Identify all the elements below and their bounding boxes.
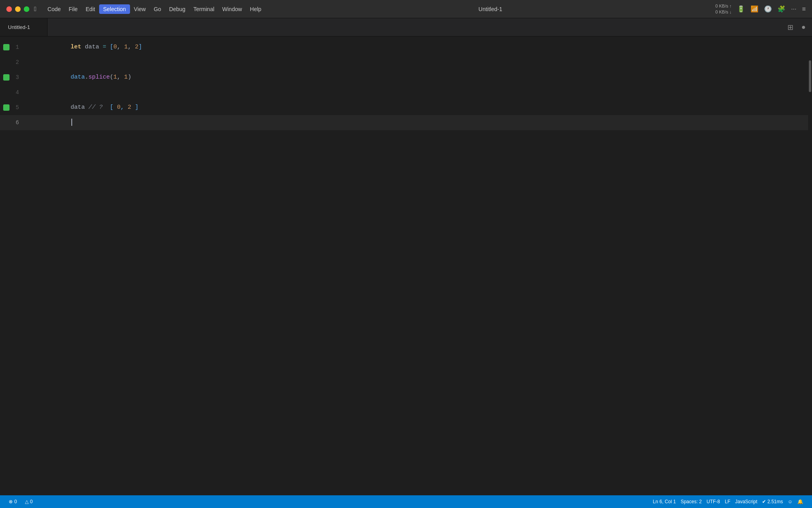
warning-count[interactable]: △ 0: [23, 495, 35, 508]
menu-edit[interactable]: Edit: [82, 4, 99, 14]
editor-main[interactable]: 1 let data = [0, 1, 2] 2 3 data.splice(1…: [0, 37, 808, 495]
menu-file[interactable]: File: [65, 4, 82, 14]
warning-icon: △: [25, 499, 29, 504]
tab-right-actions: ⊞ ●: [787, 18, 812, 36]
code-area[interactable]: 1 let data = [0, 1, 2] 2 3 data.splice(1…: [0, 37, 808, 495]
wifi-icon: 📶: [751, 5, 758, 13]
keyword-let: let: [71, 44, 81, 50]
scrollbar[interactable]: [808, 37, 812, 495]
menu-go[interactable]: Go: [150, 4, 165, 14]
apple-logo: : [34, 6, 36, 13]
line-number-1: 1: [13, 43, 29, 52]
gutter-dot-5: [0, 104, 13, 111]
bell-icon[interactable]: 🔔: [795, 495, 806, 508]
gutter-dot-1: [0, 44, 13, 50]
tab-untitled[interactable]: Untitled-1: [0, 18, 48, 36]
code-line-6: 6: [0, 115, 808, 130]
title-bar:  Code File Edit Selection View Go Debug…: [0, 0, 812, 18]
tab-bar-left: Untitled-1: [0, 18, 48, 36]
extension-icon: 🧩: [778, 5, 785, 13]
language[interactable]: JavaScript: [733, 495, 760, 508]
clock-icon: 🕐: [764, 5, 772, 13]
breakpoint-dot-1[interactable]: [3, 44, 10, 50]
more-icon[interactable]: ···: [791, 6, 796, 13]
smiley-icon[interactable]: ☺: [785, 495, 795, 508]
line-number-2: 2: [13, 58, 29, 67]
error-count[interactable]: ⊗ 0: [6, 495, 19, 508]
status-left: ⊗ 0 △ 0: [6, 495, 35, 508]
timing[interactable]: ✔ 2.51ms: [760, 495, 785, 508]
menu-help[interactable]: Help: [246, 4, 265, 14]
error-icon: ⊗: [9, 499, 13, 504]
line-number-4: 4: [13, 88, 29, 97]
minimize-button[interactable]: [15, 6, 21, 12]
line-ending[interactable]: LF: [722, 495, 733, 508]
line-number-6: 6: [13, 118, 29, 127]
menu-terminal[interactable]: Terminal: [190, 4, 218, 14]
line-number-5: 5: [13, 103, 29, 112]
split-editor-button[interactable]: ⊞: [787, 23, 793, 32]
maximize-button[interactable]: [24, 6, 29, 12]
line-number-3: 3: [13, 73, 29, 82]
menu-selection[interactable]: Selection: [99, 4, 130, 14]
title-bar-right: 0 KB/s ↑0 KB/s ↓ 🔋 📶 🕐 🧩 ··· ≡: [715, 3, 806, 15]
line-content-6[interactable]: [29, 108, 808, 137]
encoding[interactable]: UTF-8: [704, 495, 722, 508]
status-right: Ln 6, Col 1 Spaces: 2 UTF-8 LF JavaScrip…: [651, 495, 806, 508]
window-title: Untitled-1: [265, 6, 715, 12]
breakpoint-dot-5[interactable]: [3, 104, 10, 111]
code-line-3: 3 data.splice(1, 1): [0, 70, 808, 85]
battery-icon: 🔋: [737, 5, 745, 13]
editor-container: 1 let data = [0, 1, 2] 2 3 data.splice(1…: [0, 37, 812, 495]
window-controls: [6, 6, 29, 12]
unsaved-indicator: ●: [801, 23, 806, 31]
close-button[interactable]: [6, 6, 12, 12]
spaces[interactable]: Spaces: 2: [678, 495, 704, 508]
list-icon: ≡: [802, 6, 806, 13]
tab-bar: Untitled-1 ⊞ ●: [0, 18, 812, 37]
network-status: 0 KB/s ↑0 KB/s ↓: [715, 3, 732, 15]
gutter-dot-3: [0, 74, 13, 81]
tab-label: Untitled-1: [8, 24, 30, 30]
cursor: [71, 119, 72, 126]
menu-code[interactable]: Code: [44, 4, 65, 14]
scrollbar-thumb[interactable]: [809, 60, 811, 92]
menu-window[interactable]: Window: [218, 4, 246, 14]
status-bar: ⊗ 0 △ 0 Ln 6, Col 1 Spaces: 2 UTF-8 LF J…: [0, 495, 812, 508]
breakpoint-dot-3[interactable]: [3, 74, 10, 81]
menu-view[interactable]: View: [130, 4, 150, 14]
cursor-position[interactable]: Ln 6, Col 1: [651, 495, 678, 508]
code-line-1: 1 let data = [0, 1, 2]: [0, 40, 808, 55]
menu-debug[interactable]: Debug: [165, 4, 189, 14]
